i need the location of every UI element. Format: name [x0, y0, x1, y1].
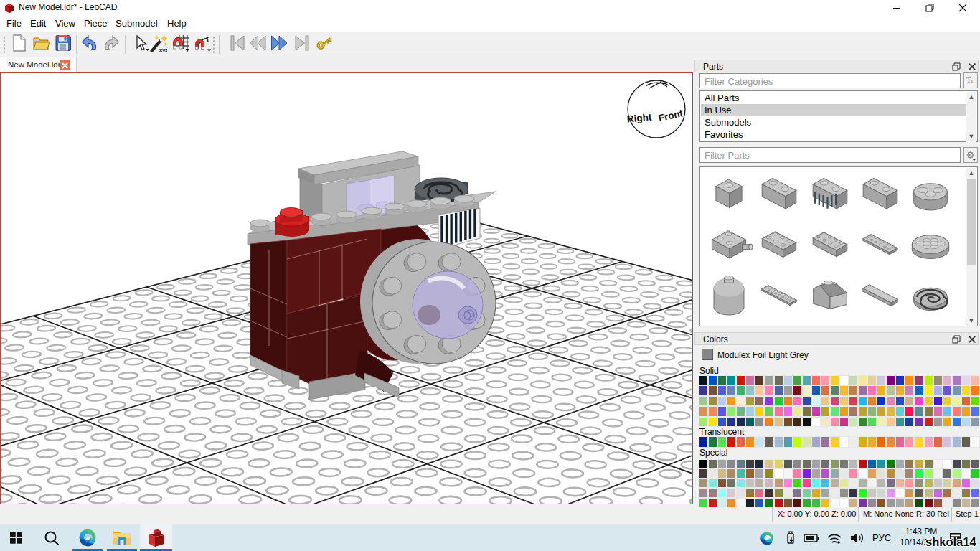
svg-text:xyz: xyz — [159, 46, 167, 52]
svg-text:Right: Right — [626, 112, 652, 125]
